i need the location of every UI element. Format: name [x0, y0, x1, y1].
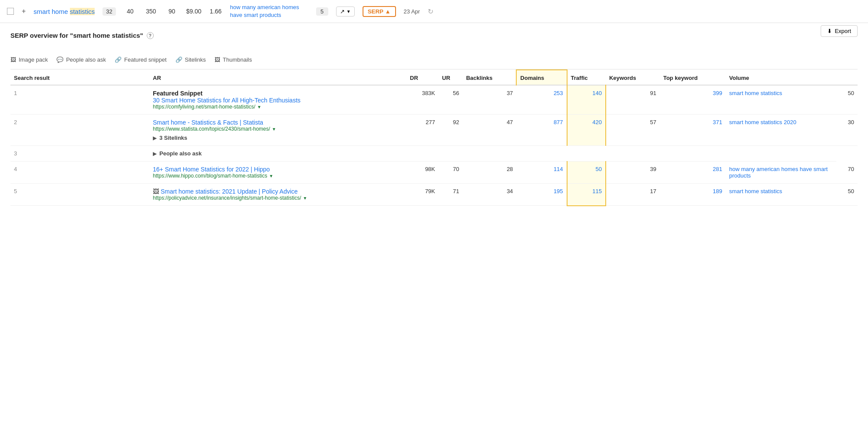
- metric-40: 40: [124, 8, 137, 15]
- people-also-ask-badge[interactable]: 💬 People also ask: [56, 56, 106, 63]
- refresh-icon[interactable]: ↻: [428, 7, 433, 16]
- top-keyword-cell[interactable]: smart home statistics: [726, 85, 836, 115]
- serp-button[interactable]: SERP ▲: [363, 6, 396, 17]
- featured-snippet-badge[interactable]: 🔗 Featured snippet: [115, 56, 167, 63]
- col-ur: UR: [439, 70, 462, 85]
- result-title-link[interactable]: Smart home - Statistics & Facts | Statis…: [153, 119, 403, 126]
- featured-snippet-label: Featured snippet: [124, 56, 167, 63]
- result-url: https://www.hippo.com/blog/smart-home-st…: [153, 173, 403, 179]
- feature-badges: 🖼 Image pack 💬 People also ask 🔗 Feature…: [10, 52, 858, 69]
- backlinks-cell[interactable]: 253: [516, 85, 567, 115]
- help-icon[interactable]: ?: [147, 32, 154, 39]
- result-title-link[interactable]: 16+ Smart Home Statistics for 2022 | Hip…: [153, 166, 403, 173]
- backlinks-cell[interactable]: 114: [516, 161, 567, 184]
- col-top-keyword: Top keyword: [660, 70, 726, 85]
- domains-cell: 50: [567, 161, 606, 184]
- table-row: 5 🖼 Smart home statistics: 2021 Update |…: [10, 184, 858, 206]
- dropdown-arrow[interactable]: ▼: [257, 105, 261, 109]
- featured-snippet-icon: 🔗: [115, 56, 122, 63]
- row-number: 3: [10, 146, 149, 161]
- result-url: https://comfyliving.net/smart-home-stati…: [153, 104, 403, 110]
- keywords-cell[interactable]: 399: [660, 85, 726, 115]
- people-ask-cell[interactable]: ▶ People also ask: [149, 146, 836, 161]
- export-button[interactable]: ⬇ Export: [821, 25, 858, 37]
- result-title-link[interactable]: 30 Smart Home Statistics for All High-Te…: [153, 97, 403, 104]
- people-also-ask-label: People also ask: [66, 56, 106, 63]
- serp-title-text: SERP overview for "smart home statistics…: [10, 32, 143, 39]
- keywords-cell[interactable]: 189: [660, 184, 726, 206]
- row-number: 5: [10, 184, 149, 206]
- traffic-cell: 57: [606, 115, 660, 146]
- row-number: 2: [10, 115, 149, 146]
- thumbnails-badge[interactable]: 🖼 Thumbnails: [215, 56, 252, 63]
- backlinks-cell[interactable]: 195: [516, 184, 567, 206]
- main-panel: SERP overview for "smart home statistics…: [0, 23, 868, 215]
- col-backlinks: Backlinks: [462, 70, 516, 85]
- dropdown-arrow[interactable]: ▼: [303, 196, 307, 201]
- dropdown-arrow[interactable]: ▼: [269, 174, 273, 178]
- serp-title: SERP overview for "smart home statistics…: [10, 32, 154, 39]
- dropdown-arrow[interactable]: ▼: [272, 127, 276, 132]
- dr-cell: 70: [439, 161, 462, 184]
- volume-cell: 70: [836, 161, 858, 184]
- col-dr: DR: [406, 70, 439, 85]
- row-number: 1: [10, 85, 149, 115]
- image-pack-badge[interactable]: 🖼 Image pack: [10, 56, 48, 63]
- search-result-cell: Smart home - Statistics & Facts | Statis…: [149, 115, 406, 146]
- volume-cell: 30: [836, 115, 858, 146]
- add-keyword-button[interactable]: +: [22, 7, 26, 15]
- image-pack-label: Image pack: [19, 56, 48, 63]
- top-keyword-cell[interactable]: smart home statistics 2020: [726, 115, 836, 146]
- featured-snippet-label: Featured Snippet: [153, 90, 403, 97]
- trend-icon: ↗: [340, 8, 345, 15]
- result-title-link[interactable]: 🖼 Smart home statistics: 2021 Update | P…: [153, 188, 403, 195]
- volume-cell: 50: [836, 85, 858, 115]
- search-result-cell: 🖼 Smart home statistics: 2021 Update | P…: [149, 184, 406, 206]
- dr-cell: 71: [439, 184, 462, 206]
- dr-cell: 92: [439, 115, 462, 146]
- sitelinks-row[interactable]: ▶ 3 Sitelinks: [153, 135, 403, 141]
- rank-badge: 5: [316, 7, 328, 16]
- traffic-cell: 17: [606, 184, 660, 206]
- col-keywords: Keywords: [606, 70, 660, 85]
- ar-cell: 98K: [406, 161, 439, 184]
- trend-chevron: ▼: [347, 9, 351, 14]
- ur-cell: 47: [462, 115, 516, 146]
- url-text: https://comfyliving.net/smart-home-stati…: [153, 104, 255, 110]
- top-keyword-cell[interactable]: how many american homes have smart produ…: [726, 161, 836, 184]
- ur-cell: 28: [462, 161, 516, 184]
- ur-cell: 34: [462, 184, 516, 206]
- date-text: 23 Apr: [404, 8, 420, 15]
- metric-90: 90: [165, 8, 178, 15]
- sitelinks-label: Sitelinks: [185, 56, 206, 63]
- url-text: https://www.hippo.com/blog/smart-home-st…: [153, 173, 267, 179]
- row-checkbox[interactable]: [7, 8, 14, 15]
- keyword-highlight: statistics: [70, 8, 95, 15]
- table-row: 2 Smart home - Statistics & Facts | Stat…: [10, 115, 858, 146]
- url-text: https://www.statista.com/topics/2430/sma…: [153, 126, 270, 132]
- image-pack-icon: 🖼: [10, 56, 16, 63]
- volume-cell: 50: [836, 184, 858, 206]
- backlinks-cell[interactable]: 877: [516, 115, 567, 146]
- ar-cell: 79K: [406, 184, 439, 206]
- row-number: 4: [10, 161, 149, 184]
- col-ar: AR: [149, 70, 406, 85]
- result-url: https://policyadvice.net/insurance/insig…: [153, 195, 403, 201]
- trend-button[interactable]: ↗ ▼: [336, 7, 355, 16]
- keywords-cell[interactable]: 281: [660, 161, 726, 184]
- sitelinks-badge[interactable]: 🔗 Sitelinks: [175, 56, 206, 63]
- sitelinks-icon: 🔗: [175, 56, 182, 63]
- traffic-cell: 91: [606, 85, 660, 115]
- serp-table: Search result AR DR UR Backlinks Domains…: [10, 69, 858, 206]
- domains-cell: 115: [567, 184, 606, 206]
- domains-cell: 420: [567, 115, 606, 146]
- people-also-ask-icon: 💬: [56, 56, 63, 63]
- thumbnail-icon: 🖼: [153, 188, 159, 195]
- sitelinks-count: 3 Sitelinks: [159, 135, 187, 141]
- keywords-cell[interactable]: 371: [660, 115, 726, 146]
- related-keyword-link[interactable]: how many american homes have smart produ…: [230, 3, 308, 19]
- result-url: https://www.statista.com/topics/2430/sma…: [153, 126, 403, 132]
- ar-cell: 277: [406, 115, 439, 146]
- top-keyword-cell[interactable]: smart home statistics: [726, 184, 836, 206]
- col-domains: Domains: [516, 70, 567, 85]
